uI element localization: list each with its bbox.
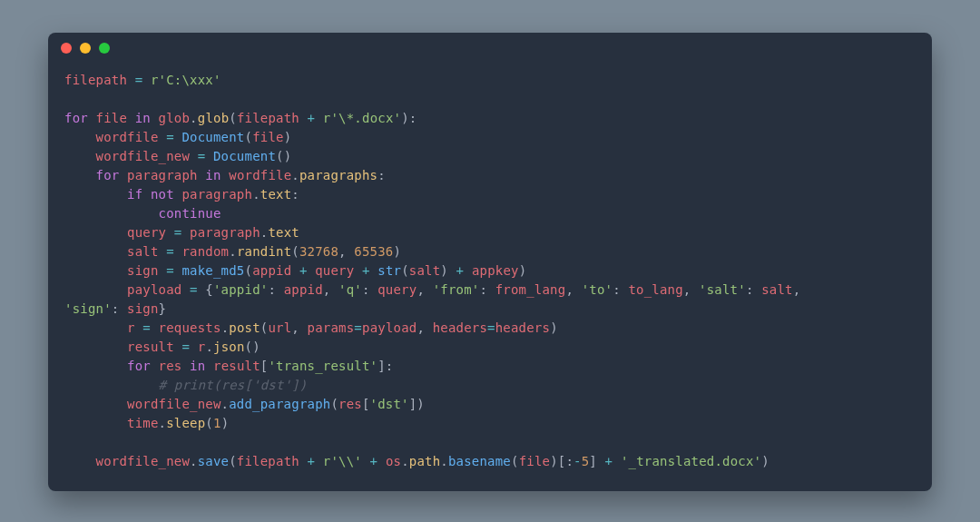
token-str: 'to' — [582, 282, 613, 297]
token-id: sign — [127, 263, 159, 278]
token-pn: { — [198, 282, 213, 297]
token-pn — [64, 340, 127, 354]
token-attr: text — [268, 225, 299, 240]
token-kw: not — [151, 187, 174, 202]
token-id: payload — [127, 282, 181, 297]
token-pn — [151, 359, 159, 373]
token-kw: continue — [159, 206, 221, 221]
token-pn — [64, 378, 159, 392]
code-line — [64, 433, 916, 452]
token-pn — [64, 244, 127, 259]
code-line: filepath = r'C:\xxx' — [64, 71, 916, 90]
token-pn — [119, 168, 127, 182]
token-pn — [64, 130, 96, 144]
token-id: payload — [362, 320, 416, 335]
code-line: # print(res['dst']) — [64, 376, 916, 395]
code-line: 'sign': sign} — [64, 300, 916, 319]
code-line: sign = make_md5(appid + query + str(salt… — [64, 261, 916, 281]
token-id: file — [96, 111, 128, 125]
token-pn — [64, 320, 127, 335]
minimize-icon[interactable] — [80, 43, 91, 54]
titlebar — [48, 33, 932, 64]
token-pn — [181, 359, 190, 373]
zoom-icon[interactable] — [99, 43, 110, 54]
token-pn — [299, 454, 308, 468]
token-id: os — [386, 454, 401, 468]
token-id: query — [315, 263, 354, 278]
token-id: file — [519, 454, 551, 468]
token-pn — [64, 206, 159, 221]
close-icon[interactable] — [61, 43, 72, 54]
token-id: appid — [252, 263, 291, 278]
token-str: 'dst' — [370, 397, 409, 411]
token-id: sign — [127, 301, 159, 316]
token-pn: ) — [440, 263, 456, 278]
token-pn — [142, 73, 151, 87]
token-pn: ( — [245, 263, 253, 278]
token-id: wordfile — [229, 168, 291, 182]
token-pn — [64, 263, 127, 278]
token-id: file — [252, 130, 284, 144]
token-pn: () — [276, 149, 291, 163]
token-id: filepath — [237, 111, 299, 125]
token-kw: for — [127, 359, 151, 373]
token-pn: : — [112, 301, 127, 316]
code-line: result = r.json() — [64, 338, 916, 357]
token-pn — [64, 149, 96, 163]
token-pn — [151, 320, 159, 335]
token-pn: ( — [291, 244, 299, 259]
token-pn — [354, 263, 362, 278]
token-pn: . — [190, 111, 198, 125]
code-line: for file in glob.glob(filepath + r'\*.do… — [64, 109, 916, 128]
token-pn: : — [746, 282, 761, 297]
token-op: = — [487, 320, 495, 335]
token-fn: Document — [213, 149, 276, 163]
token-pn: ( — [511, 454, 519, 468]
code-area: filepath = r'C:\xxx' for file in glob.gl… — [48, 64, 932, 488]
code-line: wordfile_new.add_paragraph(res['dst']) — [64, 395, 916, 414]
token-id: result — [213, 359, 260, 373]
token-pn — [64, 168, 96, 182]
code-line — [64, 90, 916, 109]
token-pn: } — [159, 301, 167, 316]
code-line: wordfile_new.save(filepath + r'\\' + os.… — [64, 452, 916, 471]
token-id: random — [181, 244, 229, 259]
token-pn: ) — [394, 244, 402, 259]
token-pn: () — [245, 340, 260, 354]
token-id: salt — [127, 244, 159, 259]
token-id: params — [308, 320, 355, 335]
token-pn: : — [377, 168, 386, 182]
token-id: url — [268, 320, 291, 335]
token-attr: path — [409, 454, 441, 468]
token-pn — [88, 111, 96, 125]
token-pn: . — [205, 340, 213, 354]
token-id: r — [127, 320, 135, 335]
token-pn — [127, 73, 135, 87]
token-pn — [64, 454, 96, 468]
token-pn — [181, 282, 190, 297]
editor-window: filepath = r'C:\xxx' for file in glob.gl… — [48, 33, 932, 491]
token-kw: for — [64, 111, 88, 125]
token-id: query — [127, 225, 166, 240]
token-op: = — [190, 282, 198, 297]
token-fn: save — [198, 454, 230, 468]
token-fn: Document — [181, 130, 244, 144]
token-pn — [64, 416, 127, 430]
code-line: for res in result['trans_result']: — [64, 357, 916, 376]
token-pn: , — [565, 282, 581, 297]
token-pn: , — [416, 282, 432, 297]
token-pn: . — [291, 168, 299, 182]
token-str: r'C:\xxx' — [151, 73, 221, 87]
token-pn — [291, 263, 299, 278]
token-pn — [181, 225, 190, 240]
token-pn — [221, 168, 230, 182]
token-pn: , — [683, 282, 699, 297]
token-id: res — [338, 397, 362, 411]
token-pn — [370, 263, 378, 278]
token-kw: for — [96, 168, 120, 182]
code-line: salt = random.randint(32768, 65536) — [64, 242, 916, 261]
token-pn — [159, 263, 167, 278]
token-op: = — [142, 320, 151, 335]
token-pn: . — [159, 416, 167, 430]
token-pn — [64, 187, 127, 202]
